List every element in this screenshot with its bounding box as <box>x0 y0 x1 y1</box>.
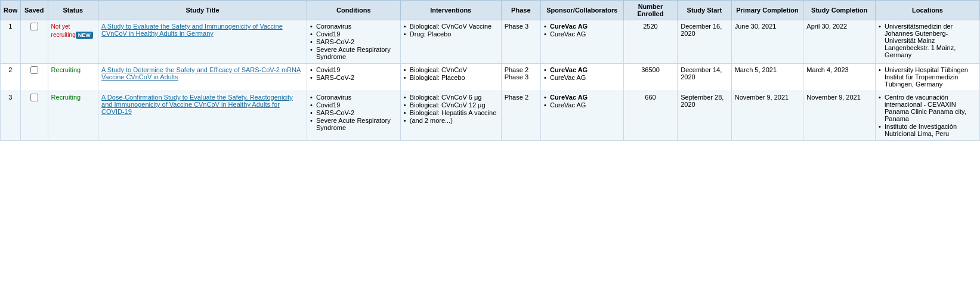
cell-enrolled: 660 <box>623 91 677 141</box>
sponsor-item: CureVac AG <box>544 74 620 81</box>
cell-interventions: Biological: CVnCoV 6 μgBiological: CVnCo… <box>400 91 501 141</box>
studies-table: Row Saved Status Study Title Conditions … <box>0 0 980 141</box>
cell-phase: Phase 3 <box>501 20 540 64</box>
cell-enrolled: 2520 <box>623 20 677 64</box>
cell-primary-completion: June 30, 2021 <box>731 20 803 64</box>
col-header-completion: Study Completion <box>803 1 876 20</box>
table-header-row: Row Saved Status Study Title Conditions … <box>1 1 980 20</box>
col-header-sponsor: Sponsor/Collaborators <box>540 1 623 20</box>
cell-start: December 16, 2020 <box>678 20 731 64</box>
cell-row-number: 2 <box>1 64 21 91</box>
status-text: Not yet recruiting <box>51 23 76 38</box>
cell-study-completion: November 9, 2021 <box>803 91 876 141</box>
cell-sponsor: CureVac AGCureVac AG <box>540 64 623 91</box>
col-header-saved: Saved <box>20 1 48 20</box>
col-header-primary: Primary Completion <box>731 1 803 20</box>
condition-item: Coronavirus <box>310 23 397 30</box>
condition-item: Covid19 <box>310 30 397 38</box>
cell-title[interactable]: A Dose-Confirmation Study to Evaluate th… <box>98 91 307 141</box>
cell-primary-completion: March 5, 2021 <box>731 64 803 91</box>
intervention-item: (and 2 more...) <box>404 117 498 124</box>
saved-checkbox[interactable] <box>30 94 38 101</box>
location-item: Instituto de Investigación Nutricional L… <box>879 123 976 137</box>
cell-row-number: 1 <box>1 20 21 64</box>
col-header-title: Study Title <box>98 1 307 20</box>
col-header-start: Study Start <box>678 1 731 20</box>
col-header-conditions: Conditions <box>307 1 400 20</box>
intervention-item: Biological: Hepatitis A vaccine <box>404 109 498 116</box>
intervention-item: Drug: Placebo <box>404 30 498 38</box>
cell-conditions: Covid19SARS-CoV-2 <box>307 64 400 91</box>
cell-title[interactable]: A Study to Evaluate the Safety and Immun… <box>98 20 307 64</box>
col-header-row: Row <box>1 1 21 20</box>
cell-primary-completion: November 9, 2021 <box>731 91 803 141</box>
cell-interventions: Biological: CVnCoV VaccineDrug: Placebo <box>400 20 501 64</box>
cell-locations: Universitätsmedizin der Johannes Gutenbe… <box>875 20 979 64</box>
cell-enrolled: 36500 <box>623 64 677 91</box>
cell-saved[interactable] <box>20 64 48 91</box>
condition-item: SARS-CoV-2 <box>310 38 397 45</box>
study-title-link[interactable]: A Dose-Confirmation Study to Evaluate th… <box>101 94 293 115</box>
condition-item: Severe Acute Respiratory Syndrome <box>310 46 397 60</box>
cell-row-number: 3 <box>1 91 21 141</box>
sponsor-name: CureVac AG <box>550 66 588 73</box>
cell-saved[interactable] <box>20 91 48 141</box>
intervention-item: Biological: Placebo <box>404 74 498 81</box>
cell-conditions: CoronavirusCovid19SARS-CoV-2Severe Acute… <box>307 20 400 64</box>
cell-study-completion: April 30, 2022 <box>803 20 876 64</box>
cell-conditions: CoronavirusCovid19SARS-CoV-2Severe Acute… <box>307 91 400 141</box>
status-badge: NEW <box>76 32 93 39</box>
sponsor-item: CureVac AG <box>544 30 620 38</box>
col-header-enrolled: Number Enrolled <box>623 1 677 20</box>
cell-title[interactable]: A Study to Determine the Safety and Effi… <box>98 64 307 91</box>
saved-checkbox[interactable] <box>30 66 38 74</box>
cell-sponsor: CureVac AGCureVac AG <box>540 20 623 64</box>
cell-locations: University Hospital Tübingen Institut fü… <box>875 64 979 91</box>
cell-study-completion: March 4, 2023 <box>803 64 876 91</box>
sponsor-item: CureVac AG <box>544 66 620 73</box>
table-row: 3RecruitingA Dose-Confirmation Study to … <box>1 91 980 141</box>
status-text: Recruiting <box>51 94 81 101</box>
cell-start: December 14, 2020 <box>678 64 731 91</box>
condition-item: Severe Acute Respiratory Syndrome <box>310 117 397 131</box>
condition-item: Coronavirus <box>310 94 397 101</box>
cell-phase: Phase 2 Phase 3 <box>501 64 540 91</box>
study-title-link[interactable]: A Study to Evaluate the Safety and Immun… <box>101 23 283 37</box>
cell-status: Recruiting <box>48 64 98 91</box>
condition-item: SARS-CoV-2 <box>310 109 397 116</box>
location-item: Centro de vacunación internacional - CEV… <box>879 94 976 122</box>
cell-locations: Centro de vacunación internacional - CEV… <box>875 91 979 141</box>
table-row: 2RecruitingA Study to Determine the Safe… <box>1 64 980 91</box>
sponsor-item: CureVac AG <box>544 94 620 101</box>
condition-item: Covid19 <box>310 101 397 109</box>
col-header-locations: Locations <box>875 1 979 20</box>
cell-interventions: Biological: CVnCoVBiological: Placebo <box>400 64 501 91</box>
cell-status: Not yet recruitingNEW <box>48 20 98 64</box>
table-row: 1Not yet recruitingNEWA Study to Evaluat… <box>1 20 980 64</box>
location-item: Universitätsmedizin der Johannes Gutenbe… <box>879 23 976 58</box>
condition-item: SARS-CoV-2 <box>310 74 397 81</box>
status-text: Recruiting <box>51 66 81 73</box>
sponsor-name: CureVac AG <box>550 23 588 30</box>
saved-checkbox[interactable] <box>30 23 38 30</box>
intervention-item: Biological: CVnCoV 12 μg <box>404 101 498 109</box>
col-header-status: Status <box>48 1 98 20</box>
col-header-interventions: Interventions <box>400 1 501 20</box>
cell-start: September 28, 2020 <box>678 91 731 141</box>
sponsor-name: CureVac AG <box>550 94 588 101</box>
study-title-link[interactable]: A Study to Determine the Safety and Effi… <box>101 66 301 81</box>
sponsor-item: CureVac AG <box>544 23 620 30</box>
cell-phase: Phase 2 <box>501 91 540 141</box>
location-item: University Hospital Tübingen Institut fü… <box>879 66 976 88</box>
intervention-item: Biological: CVnCoV 6 μg <box>404 94 498 101</box>
cell-sponsor: CureVac AGCureVac AG <box>540 91 623 141</box>
cell-saved[interactable] <box>20 20 48 64</box>
sponsor-item: CureVac AG <box>544 101 620 109</box>
intervention-item: Biological: CVnCoV Vaccine <box>404 23 498 30</box>
cell-status: Recruiting <box>48 91 98 141</box>
intervention-item: Biological: CVnCoV <box>404 66 498 73</box>
col-header-phase: Phase <box>501 1 540 20</box>
condition-item: Covid19 <box>310 66 397 73</box>
